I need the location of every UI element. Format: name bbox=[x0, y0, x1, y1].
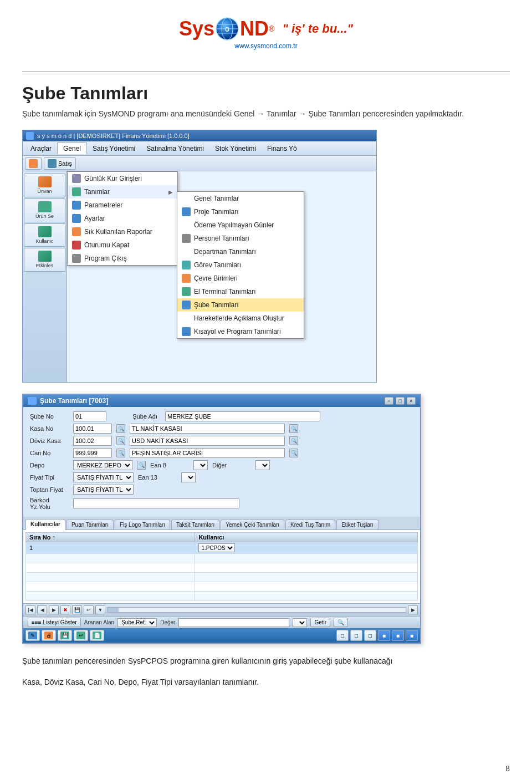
nav-save[interactable]: 💾 bbox=[72, 605, 82, 614]
listeyi-goster-btn[interactable]: ≡≡≡ Listeyi Göster bbox=[28, 618, 81, 627]
kullanici-select-1[interactable]: 1.PCPOS bbox=[198, 543, 235, 552]
table-row-empty-5 bbox=[26, 592, 418, 601]
act-doc-btn[interactable]: 📄 bbox=[90, 630, 104, 641]
cari-no-text-search[interactable]: 🔍 bbox=[289, 449, 298, 457]
deger-select[interactable] bbox=[293, 618, 307, 627]
sidebar-item-urun[interactable]: Ürün Se bbox=[24, 198, 65, 222]
scroll-bar[interactable] bbox=[107, 607, 406, 613]
menu2-item-departman[interactable]: Departman Tanımları bbox=[177, 245, 304, 258]
menu2-item-sube[interactable]: Şube Tanımları bbox=[177, 298, 304, 312]
sidebar-item-kullanici[interactable]: Kullanıc bbox=[24, 223, 65, 247]
menu-genel[interactable]: Genel bbox=[57, 142, 87, 154]
menu-wrap: Günlük Kur Girişleri Tanımlar ▶ Parametr… bbox=[67, 171, 376, 382]
cari-no-text-input[interactable] bbox=[130, 448, 285, 458]
nav-undo[interactable]: ↩ bbox=[84, 605, 94, 614]
tab-puan[interactable]: Puan Tanımları bbox=[66, 520, 114, 530]
getir-icon-btn[interactable]: 🔍 bbox=[334, 618, 348, 627]
barkod-input[interactable] bbox=[73, 498, 239, 508]
act-sq-5[interactable]: ■ bbox=[392, 630, 404, 641]
menu2-item-el[interactable]: El Terminal Tanımları bbox=[177, 285, 304, 298]
nav-filter[interactable]: ▼ bbox=[95, 605, 105, 614]
win2-close[interactable]: × bbox=[407, 397, 416, 405]
tab-fis-logo[interactable]: Fiş Logo Tanımları bbox=[115, 520, 170, 530]
sidebar-item-etkinles[interactable]: Etkinles bbox=[24, 248, 65, 272]
doviz-kasa-text-search[interactable]: 🔍 bbox=[289, 436, 298, 445]
act-sq-1[interactable]: □ bbox=[336, 630, 349, 641]
tab-yemek-ceki[interactable]: Yemek Çeki Tanımları bbox=[221, 520, 284, 530]
menu2-item-gorev[interactable]: Görev Tanımları bbox=[177, 258, 304, 272]
menu-item-ayarlar[interactable]: Ayarlar bbox=[68, 212, 177, 225]
deger-input[interactable] bbox=[178, 618, 289, 627]
aranan-alan-select[interactable]: Şube Ref. bbox=[117, 618, 157, 627]
menu2-item-genel[interactable]: Genel Tanımlar bbox=[177, 192, 304, 205]
act-sq-4[interactable]: ■ bbox=[378, 630, 390, 641]
act-print-btn[interactable]: 🖨 bbox=[42, 630, 56, 641]
doviz-kasa-search-btn[interactable]: 🔍 bbox=[116, 436, 125, 445]
menu-item-oturumu[interactable]: Oturumu Kapat bbox=[68, 238, 177, 252]
cari-no-input[interactable] bbox=[73, 448, 112, 458]
table-row[interactable]: 1 1.PCPOS bbox=[26, 542, 418, 554]
kasa-no-text-search[interactable]: 🔍 bbox=[289, 424, 298, 433]
tabs-bar: Kullanıcılar Puan Tanımları Fiş Logo Tan… bbox=[23, 517, 420, 530]
diger-select[interactable] bbox=[255, 460, 270, 470]
menu-araçlar[interactable]: Araçlar bbox=[25, 143, 57, 154]
act-undo-btn[interactable]: ↩ bbox=[74, 630, 88, 641]
win2-minimize[interactable]: − bbox=[385, 397, 393, 405]
scroll-right[interactable]: ▶ bbox=[408, 605, 418, 614]
menu2-item-odeme[interactable]: Ödeme Yapılmayan Günler bbox=[177, 218, 304, 232]
tab-kullanicilar[interactable]: Kullanıcılar bbox=[25, 519, 65, 530]
cikis-icon bbox=[72, 254, 81, 263]
tab-etiket[interactable]: Etiket Tuşları bbox=[336, 520, 378, 530]
menu-stok[interactable]: Stok Yönetimi bbox=[209, 143, 262, 154]
tab-taksit[interactable]: Taksit Tanımları bbox=[171, 520, 219, 530]
nav-delete[interactable]: ✖ bbox=[60, 605, 70, 614]
kasa-no-text-input[interactable] bbox=[130, 424, 285, 434]
diger-label: Diğer bbox=[212, 462, 251, 469]
tab-kredi-tus[interactable]: Kredi Tuş Tanım bbox=[285, 520, 335, 530]
menu-item-cikis[interactable]: Program Çıkış bbox=[68, 252, 177, 265]
toolbar-arrow-btn[interactable] bbox=[25, 157, 42, 170]
toptan-fiyat-select[interactable]: SATIŞ FİYATI TL bbox=[73, 485, 134, 495]
menu-satinalma[interactable]: Satınalma Yönetimi bbox=[141, 143, 209, 154]
win1-title: s y s m o n d | [DEMOSIRKET] Finans Yöne… bbox=[37, 133, 190, 139]
doviz-kasa-input[interactable] bbox=[73, 436, 112, 446]
menu2-item-cevre[interactable]: Çevre Birimleri bbox=[177, 272, 304, 285]
kasa-no-search-btn[interactable]: 🔍 bbox=[116, 424, 125, 433]
act-sq-3[interactable]: □ bbox=[364, 630, 376, 641]
menu2-item-hareket[interactable]: Hareketlerde Açıklama Oluştur bbox=[177, 312, 304, 325]
act-sq-2[interactable]: □ bbox=[350, 630, 362, 641]
depo-select[interactable]: MERKEZ DEPO bbox=[73, 460, 132, 470]
menu-satis[interactable]: Satış Yönetimi bbox=[87, 143, 141, 154]
act-sq-6[interactable]: ■ bbox=[406, 630, 418, 641]
sube-no-input[interactable] bbox=[73, 411, 106, 421]
act-edit-btn[interactable]: ✎ bbox=[25, 630, 40, 641]
sidebar-item-unvan[interactable]: Ünvan bbox=[24, 174, 65, 197]
kasa-no-input[interactable] bbox=[73, 424, 112, 434]
listeyi-goster-icon: ≡≡≡ bbox=[32, 619, 42, 625]
fiyat-tipi-select[interactable]: SATIŞ FİYATI TL bbox=[73, 472, 134, 482]
doviz-kasa-text-input[interactable] bbox=[130, 436, 285, 446]
win2-maximize[interactable]: □ bbox=[396, 397, 405, 405]
ean13-select[interactable] bbox=[181, 472, 196, 482]
toolbar-satis-btn[interactable]: Satış bbox=[44, 157, 76, 170]
depo-search-btn[interactable]: 🔍 bbox=[137, 461, 146, 470]
nav-first[interactable]: |◀ bbox=[25, 605, 35, 614]
menu-item-parametreler[interactable]: Parametreler bbox=[68, 198, 177, 212]
menu2-item-proje[interactable]: Proje Tanımları bbox=[177, 205, 304, 218]
getir-btn[interactable]: Getir bbox=[310, 618, 330, 627]
sube-adi-input[interactable] bbox=[165, 411, 320, 421]
menu-item-sik[interactable]: Sık Kullanılan Raporlar bbox=[68, 225, 177, 238]
cari-no-search-btn[interactable]: 🔍 bbox=[116, 449, 125, 457]
menu2-item-kisayol[interactable]: Kısayol ve Program Tanımları bbox=[177, 325, 304, 338]
menubar[interactable]: Araçlar Genel Satış Yönetimi Satınalma Y… bbox=[23, 141, 376, 156]
nav-next[interactable]: ▶ bbox=[49, 605, 59, 614]
nav-prev[interactable]: ◀ bbox=[37, 605, 47, 614]
win2-controls[interactable]: − □ × bbox=[385, 397, 416, 405]
menu2-item-personel[interactable]: Personel Tanımları bbox=[177, 232, 304, 245]
menu-finans[interactable]: Finans Yö bbox=[262, 143, 303, 154]
win2-titlebar: Şube Tanımları [7003] − □ × bbox=[23, 395, 420, 407]
act-save-btn[interactable]: 💾 bbox=[58, 630, 72, 641]
menu-item-tanimlar[interactable]: Tanımlar ▶ bbox=[68, 185, 177, 198]
ean8-select[interactable] bbox=[193, 460, 208, 470]
menu-item-kur[interactable]: Günlük Kur Girişleri bbox=[68, 172, 177, 185]
